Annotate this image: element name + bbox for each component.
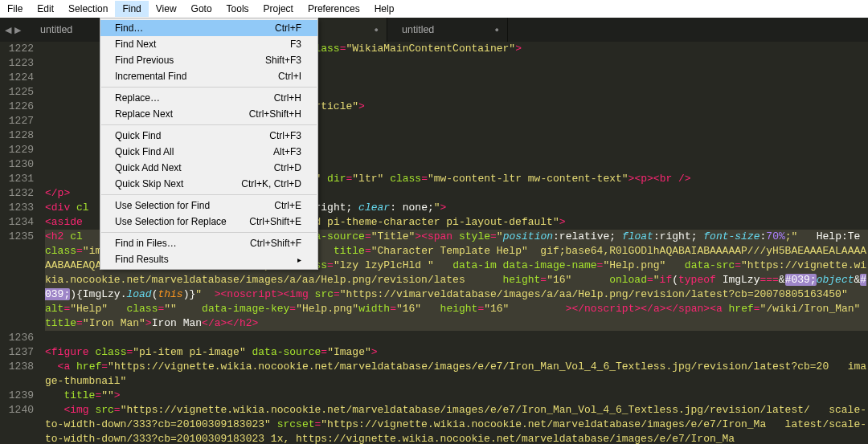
menu-selection[interactable]: Selection xyxy=(61,1,115,17)
line-number: 1232 xyxy=(0,186,34,201)
line-number xyxy=(0,316,34,331)
line-number xyxy=(0,244,34,259)
line-number xyxy=(0,432,34,444)
code-line[interactable]: <a href="https://vignette.wikia.nocookie… xyxy=(45,360,868,389)
line-number: 1226 xyxy=(0,100,34,114)
menu-project[interactable]: Project xyxy=(256,1,301,17)
menu-file[interactable]: File xyxy=(0,1,30,17)
code-line[interactable]: <img src="https://vignette.wikia.nocooki… xyxy=(45,403,868,444)
line-number xyxy=(0,418,34,432)
menu-tools[interactable]: Tools xyxy=(219,1,256,17)
menu-separator xyxy=(101,124,317,125)
menu-separator xyxy=(101,87,317,88)
menu-item-incremental-find[interactable]: Incremental FindCtrl+I xyxy=(100,68,317,84)
menu-preferences[interactable]: Preferences xyxy=(301,1,367,17)
nav-back-icon[interactable]: ◀ xyxy=(5,25,11,35)
line-number xyxy=(0,302,34,316)
line-number: 1239 xyxy=(0,389,34,403)
menubar: FileEditSelectionFindViewGotoToolsProjec… xyxy=(0,0,868,18)
menu-item-find[interactable]: Find…Ctrl+F xyxy=(100,20,317,36)
menu-item-quick-add-next[interactable]: Quick Add NextCtrl+D xyxy=(100,160,317,176)
menu-item-use-selection-for-find[interactable]: Use Selection for FindCtrl+E xyxy=(100,198,317,214)
line-number xyxy=(0,287,34,302)
line-number: 1236 xyxy=(0,331,34,345)
menu-find[interactable]: Find xyxy=(115,1,148,17)
line-number: 1230 xyxy=(0,157,34,172)
menu-help[interactable]: Help xyxy=(367,1,402,17)
menu-separator xyxy=(101,194,317,195)
menu-edit[interactable]: Edit xyxy=(30,1,61,17)
nav-forward-icon[interactable]: ▶ xyxy=(14,25,21,35)
line-number xyxy=(0,374,34,389)
line-number: 1237 xyxy=(0,345,34,360)
line-number: 1235 xyxy=(0,230,34,244)
menu-item-quick-skip-next[interactable]: Quick Skip NextCtrl+K, Ctrl+D xyxy=(100,176,317,192)
code-line[interactable]: <figure class="pi-item pi-image" data-so… xyxy=(45,345,868,360)
line-number: 1238 xyxy=(0,360,34,374)
line-number xyxy=(0,273,34,287)
code-line[interactable] xyxy=(45,331,868,345)
menu-separator xyxy=(101,232,317,233)
menu-item-quick-find[interactable]: Quick FindCtrl+F3 xyxy=(100,128,317,144)
line-number: 1234 xyxy=(0,215,34,230)
line-number: 1222 xyxy=(0,42,34,56)
menu-view[interactable]: View xyxy=(149,1,184,17)
line-number: 1240 xyxy=(0,403,34,418)
menu-item-find-in-files[interactable]: Find in Files…Ctrl+Shift+F xyxy=(100,235,317,251)
line-number: 1223 xyxy=(0,56,34,71)
menu-item-find-next[interactable]: Find NextF3 xyxy=(100,36,317,52)
code-line[interactable]: title=""> xyxy=(45,389,868,403)
menu-item-replace[interactable]: Replace…Ctrl+H xyxy=(100,90,317,106)
menu-item-replace-next[interactable]: Replace NextCtrl+Shift+H xyxy=(100,106,317,122)
line-number: 1228 xyxy=(0,128,34,143)
find-menu-dropdown: Find…Ctrl+FFind NextF3Find PreviousShift… xyxy=(100,18,318,270)
menu-item-find-previous[interactable]: Find PreviousShift+F3 xyxy=(100,52,317,68)
menu-goto[interactable]: Goto xyxy=(184,1,219,17)
line-number: 1231 xyxy=(0,172,34,186)
line-number xyxy=(0,259,34,273)
menu-item-use-selection-for-replace[interactable]: Use Selection for ReplaceCtrl+Shift+E xyxy=(100,214,317,230)
menu-item-quick-find-all[interactable]: Quick Find AllAlt+F3 xyxy=(100,144,317,160)
tab-3[interactable]: untitled xyxy=(387,18,508,42)
line-number: 1233 xyxy=(0,201,34,215)
menu-item-find-results[interactable]: Find Results xyxy=(100,251,317,267)
line-number: 1224 xyxy=(0,71,34,85)
line-number: 1225 xyxy=(0,85,34,100)
gutter: 1222122312241225122612271228122912301231… xyxy=(0,42,42,444)
line-number: 1229 xyxy=(0,143,34,157)
line-number: 1227 xyxy=(0,114,34,128)
